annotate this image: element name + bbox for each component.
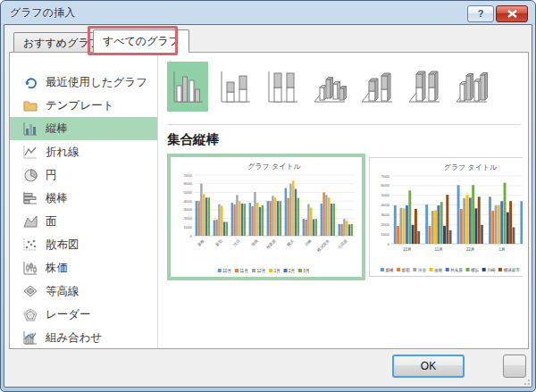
chart-preview-clustered-alt[interactable]: グラフ タイトル0100020003000400050006000700010月… <box>369 157 523 277</box>
stock-icon <box>22 261 38 275</box>
column-subtypes-panel: 集合縦棒 グラフ タイトル010002000300040005000600070… <box>159 53 528 348</box>
sidebar-item-label: 横棒 <box>46 191 68 206</box>
subtype-100-stacked-column[interactable] <box>262 62 303 112</box>
sidebar-item-label: 最近使用したグラフ <box>46 75 147 90</box>
svg-text:新宿: 新宿 <box>214 238 223 247</box>
svg-text:1000: 1000 <box>381 232 389 237</box>
scatter-icon <box>22 238 38 252</box>
svg-text:11月: 11月 <box>435 247 443 252</box>
sidebar-item-combo[interactable]: 組み合わせ <box>10 326 157 349</box>
svg-text:1月: 1月 <box>274 269 281 274</box>
svg-text:秋葉原: 秋葉原 <box>450 267 463 272</box>
chart-type-sidebar: 最近使用したグラフ テンプレート 縦棒 <box>10 53 158 348</box>
help-button[interactable]: ? <box>467 5 494 22</box>
svg-text:渋谷: 渋谷 <box>231 238 241 248</box>
cancel-button-partial[interactable] <box>503 354 526 378</box>
svg-text:池袋: 池袋 <box>250 238 259 247</box>
svg-text:池袋: 池袋 <box>434 268 443 273</box>
sidebar-item-surface[interactable]: 等高線 <box>10 279 157 303</box>
svg-text:グラフ タイトル: グラフ タイトル <box>444 163 498 171</box>
sidebar-item-recent[interactable]: 最近使用したグラフ <box>10 71 157 94</box>
svg-text:横浜: 横浜 <box>285 238 295 248</box>
combo-icon <box>22 330 38 345</box>
svg-text:川崎: 川崎 <box>304 238 313 247</box>
svg-text:グラフ タイトル: グラフ タイトル <box>247 163 301 171</box>
sidebar-item-label: 等高線 <box>46 284 80 299</box>
close-button[interactable] <box>496 5 528 22</box>
svg-text:5000: 5000 <box>183 190 192 195</box>
line-icon <box>22 145 38 159</box>
svg-text:1000: 1000 <box>183 225 192 229</box>
svg-text:横須賀市: 横須賀市 <box>315 238 331 254</box>
bar-icon <box>22 191 38 205</box>
svg-text:6000: 6000 <box>183 181 192 186</box>
svg-text:3000: 3000 <box>381 213 389 217</box>
subtype-icon-row <box>167 62 492 112</box>
svg-text:渋谷: 渋谷 <box>418 268 427 272</box>
chart-preview-clustered-selected[interactable]: グラフ タイトル01000200030004000500060007000新橋新… <box>167 154 365 280</box>
svg-text:1月: 1月 <box>498 247 505 252</box>
sidebar-item-label: 面 <box>46 214 57 229</box>
svg-text:4000: 4000 <box>183 199 192 204</box>
sidebar-item-pie[interactable]: 円 <box>10 163 157 187</box>
surface-icon <box>22 284 38 298</box>
template-icon <box>22 98 38 113</box>
sidebar-item-label: 円 <box>46 168 57 183</box>
svg-text:10月: 10月 <box>403 247 412 252</box>
svg-text:0: 0 <box>190 234 193 238</box>
divider <box>167 124 521 125</box>
sidebar-item-line[interactable]: 折れ線 <box>10 140 157 163</box>
subtype-3d-column[interactable] <box>451 62 492 112</box>
svg-text:2000: 2000 <box>183 216 192 221</box>
subtype-3d-clustered-column[interactable] <box>309 62 350 112</box>
svg-text:11月: 11月 <box>239 269 247 274</box>
svg-text:新橋: 新橋 <box>197 238 205 247</box>
sidebar-item-template[interactable]: テンプレート <box>10 94 157 117</box>
sidebar-item-bar[interactable]: 横棒 <box>10 187 157 210</box>
sidebar-item-radar[interactable]: レーダー <box>10 303 157 326</box>
svg-text:12月: 12月 <box>466 247 475 252</box>
radar-icon <box>22 307 38 321</box>
svg-text:秋葉原: 秋葉原 <box>265 238 277 250</box>
pie-icon <box>22 168 38 182</box>
sidebar-item-label: 組み合わせ <box>46 330 102 346</box>
ok-button[interactable]: OK <box>392 354 465 378</box>
dialog-client-area: おすすめグラフ すべてのグラフ 最近使用したグラフ テンプレート <box>4 24 532 388</box>
svg-text:2000: 2000 <box>381 222 389 227</box>
tab-all-charts[interactable]: すべてのグラフ <box>93 29 189 53</box>
sidebar-item-label: レーダー <box>46 307 91 322</box>
section-heading: 集合縦棒 <box>167 131 219 148</box>
svg-text:2月: 2月 <box>289 269 295 274</box>
svg-text:横須賀市: 横須賀市 <box>503 267 520 272</box>
title-bar[interactable]: グラフの挿入 <box>1 1 535 24</box>
help-icon: ? <box>478 8 484 19</box>
column-icon <box>22 121 38 136</box>
sidebar-item-scatter[interactable]: 散布図 <box>10 233 157 256</box>
sidebar-item-label: 縦棒 <box>46 121 68 137</box>
subtype-3d-stacked-column[interactable] <box>356 62 398 112</box>
svg-text:5000: 5000 <box>381 193 389 197</box>
svg-text:川崎: 川崎 <box>487 268 496 272</box>
sidebar-item-label: テンプレート <box>46 98 113 113</box>
svg-text:10月: 10月 <box>222 269 231 274</box>
insert-chart-dialog: グラフの挿入 ? おすすめグラフ すべてのグラフ 最近使用したグラフ <box>0 0 536 392</box>
window-title: グラフの挿入 <box>10 5 75 21</box>
recent-icon <box>22 75 38 89</box>
resize-grip[interactable] <box>523 378 530 385</box>
close-icon <box>507 10 517 18</box>
subtype-stacked-column[interactable] <box>214 62 255 112</box>
subtype-clustered-column[interactable] <box>167 62 208 112</box>
sidebar-item-column[interactable]: 縦棒 <box>10 117 157 140</box>
svg-text:6000: 6000 <box>381 183 389 188</box>
sidebar-item-label: 株価 <box>46 261 68 276</box>
all-charts-page: 最近使用したグラフ テンプレート 縦棒 <box>9 52 529 349</box>
svg-text:7000: 7000 <box>183 173 192 178</box>
svg-text:7000: 7000 <box>381 174 389 179</box>
area-icon <box>22 214 38 229</box>
sidebar-item-stock[interactable]: 株価 <box>10 256 157 279</box>
svg-text:12月: 12月 <box>257 269 266 274</box>
sidebar-item-area[interactable]: 面 <box>10 210 157 233</box>
sidebar-item-label: 散布図 <box>46 238 80 253</box>
sidebar-item-label: 折れ線 <box>46 145 80 160</box>
subtype-3d-100-stacked-column[interactable] <box>404 62 445 112</box>
